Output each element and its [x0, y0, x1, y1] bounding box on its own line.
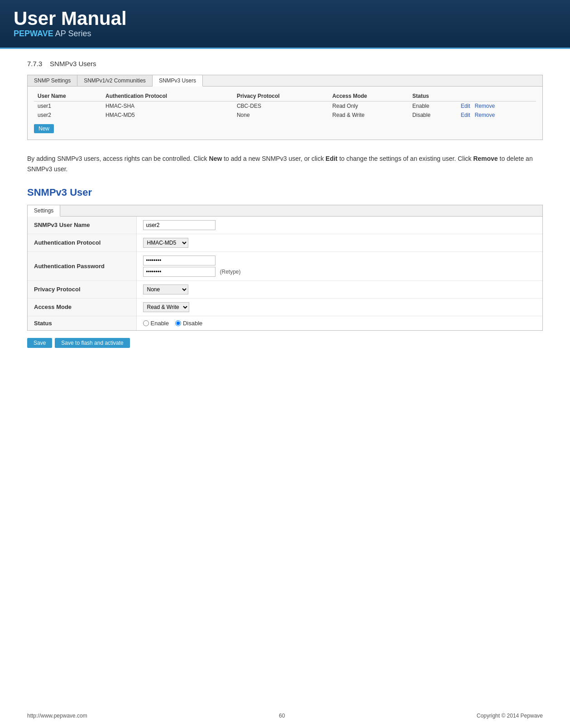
form-row-auth-protocol: Authentication Protocol HMAC-MD5 HMAC-SH…: [28, 234, 542, 251]
users-table-wrapper: User Name Authentication Protocol Privac…: [28, 87, 542, 140]
password-row1: [143, 256, 536, 265]
section-heading: SNMPv3 Users: [50, 60, 96, 67]
value-auth-protocol: HMAC-MD5 HMAC-SHA: [136, 234, 542, 251]
label-status: Status: [28, 316, 136, 330]
cell-user2-privacy: None: [233, 111, 329, 120]
username-input[interactable]: [143, 220, 216, 230]
value-privacy-protocol: None CBC-DES: [136, 280, 542, 298]
new-user-button[interactable]: New: [34, 124, 54, 133]
users-table: User Name Authentication Protocol Privac…: [34, 91, 536, 120]
section-title: 7.7.3 SNMPv3 Users: [27, 60, 543, 67]
form-row-status: Status Enable Disable: [28, 316, 542, 330]
footer-url: http://www.pepwave.com: [27, 713, 87, 719]
cell-user1-actions: Edit Remove: [457, 101, 536, 111]
footer-copyright: Copyright © 2014 Pepwave: [477, 713, 543, 719]
save-button[interactable]: Save: [27, 338, 52, 348]
auth-password-retype-input[interactable]: [143, 267, 216, 277]
cell-user1-status: Enable: [409, 101, 457, 111]
col-privacy-protocol: Privacy Protocol: [233, 91, 329, 101]
col-user-name: User Name: [34, 91, 102, 101]
section-number: 7.7.3: [27, 60, 42, 67]
privacy-protocol-select[interactable]: None CBC-DES: [143, 284, 188, 294]
value-username: [136, 217, 542, 234]
desc-edit-bold: Edit: [326, 155, 337, 162]
retype-label: (Retype): [220, 269, 241, 275]
label-auth-password: Authentication Password: [28, 251, 136, 280]
settings-tab-bar: Settings: [28, 205, 542, 217]
label-privacy-protocol: Privacy Protocol: [28, 280, 136, 298]
password-fields: (Retype): [143, 256, 536, 277]
main-content: 7.7.3 SNMPv3 Users SNMP Settings SNMPv1/…: [0, 49, 570, 359]
edit-user1-link[interactable]: Edit: [461, 103, 470, 109]
cell-user2-status: Disable: [409, 111, 457, 120]
value-auth-password: (Retype): [136, 251, 542, 280]
cell-user2-access: Read & Write: [329, 111, 409, 120]
desc-remove-bold: Remove: [473, 155, 498, 162]
cell-user1-privacy: CBC-DES: [233, 101, 329, 111]
snmpv3-user-heading: SNMPv3 User: [27, 187, 543, 198]
status-enable-label[interactable]: Enable: [143, 320, 169, 327]
tab-snmpv3-users[interactable]: SNMPv3 Users: [153, 75, 203, 87]
auth-protocol-select[interactable]: HMAC-MD5 HMAC-SHA: [143, 238, 188, 248]
col-actions: [457, 91, 536, 101]
label-username: SNMPv3 User Name: [28, 217, 136, 234]
cell-user1-auth: HMAC-SHA: [102, 101, 233, 111]
cell-user2-auth: HMAC-MD5: [102, 111, 233, 120]
save-flash-button[interactable]: Save to flash and activate: [55, 338, 129, 348]
col-auth-protocol: Authentication Protocol: [102, 91, 233, 101]
settings-tab[interactable]: Settings: [28, 205, 60, 217]
form-row-access-mode: Access Mode Read & Write Read Only: [28, 298, 542, 316]
col-status: Status: [409, 91, 457, 101]
auth-password-input[interactable]: [143, 256, 216, 265]
manual-subtitle: PEPWAVE AP Series: [14, 29, 556, 39]
label-auth-protocol: Authentication Protocol: [28, 234, 136, 251]
table-header-row: User Name Authentication Protocol Privac…: [34, 91, 536, 101]
form-row-auth-password: Authentication Password (Retype): [28, 251, 542, 280]
desc-new-bold: New: [209, 155, 222, 162]
status-enable-text: Enable: [151, 320, 169, 327]
table-row: user2 HMAC-MD5 None Read & Write Disable…: [34, 111, 536, 120]
status-disable-label[interactable]: Disable: [175, 320, 202, 327]
cell-user2-name: user2: [34, 111, 102, 120]
snmp-tabs-panel: SNMP Settings SNMPv1/v2 Communities SNMP…: [27, 75, 543, 140]
remove-user1-link[interactable]: Remove: [474, 103, 495, 109]
remove-user2-link[interactable]: Remove: [474, 112, 495, 118]
access-mode-select[interactable]: Read & Write Read Only: [143, 302, 189, 312]
footer-page: 60: [279, 713, 285, 719]
edit-user2-link[interactable]: Edit: [461, 112, 470, 118]
desc-intro: By adding SNMPv3 users, access rights ca…: [27, 155, 209, 162]
cell-user1-name: user1: [34, 101, 102, 111]
description-text: By adding SNMPv3 users, access rights ca…: [27, 154, 543, 174]
manual-title: User Manual: [14, 8, 556, 29]
table-row: user1 HMAC-SHA CBC-DES Read Only Enable …: [34, 101, 536, 111]
status-enable-radio[interactable]: [143, 320, 149, 326]
status-disable-radio[interactable]: [175, 320, 181, 326]
value-access-mode: Read & Write Read Only: [136, 298, 542, 316]
desc-mid2: to change the settings of an existing us…: [338, 155, 474, 162]
settings-panel: Settings SNMPv3 User Name Authentication…: [27, 205, 543, 331]
password-row2: (Retype): [143, 267, 536, 277]
desc-mid: to add a new SNMPv3 user, or click: [222, 155, 326, 162]
value-status: Enable Disable: [136, 316, 542, 330]
brand-name: PEPWAVE: [14, 29, 53, 38]
form-row-username: SNMPv3 User Name: [28, 217, 542, 234]
subtitle-rest: AP Series: [53, 29, 91, 38]
form-table: SNMPv3 User Name Authentication Protocol…: [28, 217, 542, 330]
save-buttons-row: Save Save to flash and activate: [27, 338, 543, 348]
page-footer: http://www.pepwave.com 60 Copyright © 20…: [0, 713, 570, 719]
form-row-privacy-protocol: Privacy Protocol None CBC-DES: [28, 280, 542, 298]
label-access-mode: Access Mode: [28, 298, 136, 316]
tab-snmp-settings[interactable]: SNMP Settings: [28, 75, 77, 86]
col-access-mode: Access Mode: [329, 91, 409, 101]
cell-user2-actions: Edit Remove: [457, 111, 536, 120]
status-radio-group: Enable Disable: [143, 320, 536, 327]
page-header: User Manual PEPWAVE AP Series: [0, 0, 570, 49]
tab-snmpv1v2[interactable]: SNMPv1/v2 Communities: [77, 75, 153, 86]
cell-user1-access: Read Only: [329, 101, 409, 111]
tabs-bar: SNMP Settings SNMPv1/v2 Communities SNMP…: [28, 75, 542, 87]
status-disable-text: Disable: [183, 320, 202, 327]
